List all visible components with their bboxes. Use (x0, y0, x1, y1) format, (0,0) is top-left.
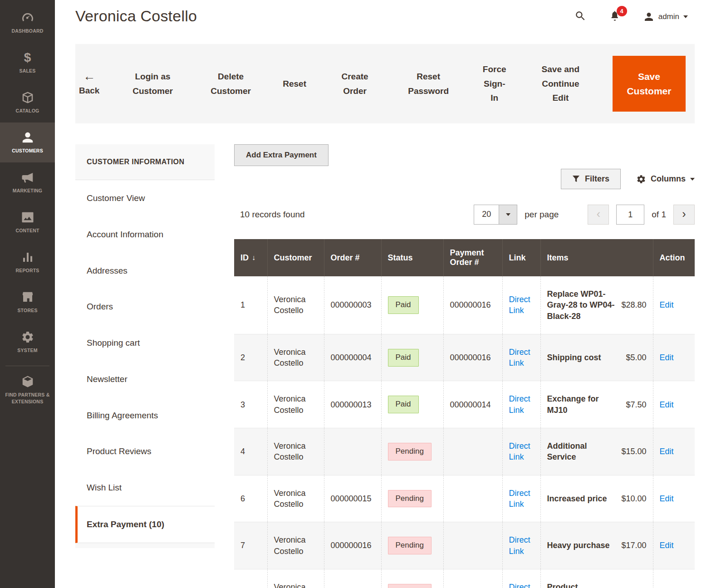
column-header-items[interactable]: Items (540, 239, 653, 276)
add-extra-payment-button[interactable]: Add Extra Payment (234, 144, 329, 166)
item-name: Shipping cost (547, 352, 601, 363)
direct-link[interactable]: Direct Link (509, 295, 530, 315)
sort-descending-icon: ↓ (252, 254, 255, 262)
cell-link: Direct Link (502, 522, 540, 569)
reset-password-button[interactable]: Reset Password (403, 69, 453, 98)
status-badge: Pending (388, 537, 432, 554)
dashboard-gauge-icon (21, 11, 34, 24)
delete-customer-button[interactable]: Delete Customer (206, 69, 256, 98)
item-name: Additional Service (547, 441, 616, 463)
page-size-value: 20 (474, 205, 499, 224)
page-size-select[interactable]: 20 (474, 205, 517, 225)
direct-link[interactable]: Direct Link (509, 583, 530, 588)
sidebar-item-find-partners[interactable]: FIND PARTNERS & EXTENSIONS (0, 370, 55, 410)
item-price: $28.80 (621, 299, 646, 310)
filters-button[interactable]: Filters (561, 169, 621, 189)
content-area: CUSTOMER INFORMATION Customer View Accou… (55, 144, 726, 588)
sidebar-item-customers[interactable]: CUSTOMERS (0, 122, 55, 162)
reports-barchart-icon (21, 250, 34, 264)
next-page-button[interactable]: › (673, 205, 695, 225)
edit-link[interactable]: Edit (660, 400, 674, 409)
cell-status: Paid (381, 334, 443, 381)
edit-link[interactable]: Edit (660, 494, 674, 503)
status-badge: Pending (388, 490, 432, 508)
page-header: Veronica Costello 4 admin (55, 0, 726, 44)
cell-status: Pending (381, 522, 443, 569)
column-header-status[interactable]: Status (381, 239, 443, 276)
create-order-button[interactable]: Create Order (334, 69, 377, 98)
column-header-action[interactable]: Action (653, 239, 695, 276)
save-customer-button[interactable]: Save Customer (613, 56, 686, 112)
cell-status: Paid (381, 276, 443, 334)
previous-page-button[interactable]: ‹ (588, 205, 609, 225)
nav-item-wish-list[interactable]: Wish List (75, 470, 215, 506)
back-label: Back (79, 83, 99, 98)
sidebar-item-label: FIND PARTNERS & EXTENSIONS (2, 392, 53, 404)
panel-footer (75, 543, 215, 548)
search-button[interactable] (574, 10, 586, 23)
edit-link[interactable]: Edit (660, 541, 674, 550)
table-row: 1 Veronica Costello 000000003 Paid 00000… (234, 276, 695, 334)
column-header-id[interactable]: ID ↓ (234, 239, 267, 276)
sidebar-item-label: CATALOG (16, 108, 39, 114)
sidebar-divider (5, 366, 49, 366)
cell-id: 6 (234, 475, 267, 522)
nav-item-shopping-cart[interactable]: Shopping cart (75, 325, 215, 361)
save-and-continue-button[interactable]: Save and Continue Edit (535, 62, 585, 105)
column-header-payment-order[interactable]: Payment Order # (443, 239, 502, 276)
item-price: $5.00 (626, 352, 646, 363)
columns-button[interactable]: Columns (636, 174, 695, 184)
sidebar-item-content[interactable]: CONTENT (0, 202, 55, 242)
cell-link: Direct Link (502, 381, 540, 428)
item-name: Increased price (547, 493, 607, 504)
sidebar-item-stores[interactable]: STORES (0, 282, 55, 322)
total-pages-label: of 1 (652, 210, 666, 220)
sidebar-item-system[interactable]: SYSTEM (0, 322, 55, 362)
back-button[interactable]: ← Back (79, 70, 99, 98)
cell-payment-order (443, 522, 502, 569)
sidebar-item-label: SYSTEM (17, 347, 37, 353)
force-sign-in-button[interactable]: Force Sign-In (481, 62, 509, 105)
admin-user-menu[interactable]: admin (643, 11, 688, 22)
sidebar-item-marketing[interactable]: MARKETING (0, 162, 55, 202)
cell-order: 000000015 (324, 475, 381, 522)
nav-item-orders[interactable]: Orders (75, 289, 215, 325)
reset-button[interactable]: Reset (283, 77, 306, 91)
filters-label: Filters (585, 174, 609, 184)
nav-item-customer-view[interactable]: Customer View (75, 180, 215, 216)
item-name: Replace WP01-Gray-28 to WP04-Black-28 (547, 289, 616, 322)
sidebar-item-sales[interactable]: $ SALES (0, 43, 55, 83)
edit-link[interactable]: Edit (660, 300, 674, 309)
nav-item-billing-agreements[interactable]: Billing Agreements (75, 397, 215, 434)
nav-item-addresses[interactable]: Addresses (75, 253, 215, 289)
direct-link[interactable]: Direct Link (509, 441, 530, 461)
cell-link: Direct Link (502, 334, 540, 381)
cell-action: Edit (653, 475, 695, 522)
cell-customer: Veronica Costello (267, 334, 324, 381)
column-header-link[interactable]: Link (502, 239, 540, 276)
nav-item-extra-payment[interactable]: Extra Payment (10) (75, 506, 215, 543)
login-as-customer-button[interactable]: Login as Customer (127, 69, 179, 98)
cell-link: Direct Link (502, 276, 540, 334)
edit-link[interactable]: Edit (660, 447, 674, 456)
sidebar-item-catalog[interactable]: CATALOG (0, 83, 55, 122)
direct-link[interactable]: Direct Link (509, 348, 530, 368)
direct-link[interactable]: Direct Link (509, 489, 530, 509)
sidebar-item-dashboard[interactable]: DASHBOARD (0, 3, 55, 43)
nav-item-product-reviews[interactable]: Product Reviews (75, 433, 215, 470)
sidebar-item-label: CONTENT (15, 227, 39, 234)
direct-link[interactable]: Direct Link (509, 535, 530, 555)
edit-link[interactable]: Edit (660, 353, 674, 362)
current-page-input[interactable] (616, 205, 644, 225)
content-picture-icon (21, 211, 34, 224)
direct-link[interactable]: Direct Link (509, 394, 530, 414)
column-header-customer[interactable]: Customer (267, 239, 324, 276)
sidebar-item-reports[interactable]: REPORTS (0, 242, 55, 282)
column-header-order[interactable]: Order # (324, 239, 381, 276)
nav-item-account-information[interactable]: Account Information (75, 216, 215, 253)
header-actions: 4 admin (574, 10, 688, 23)
partners-package-icon (21, 375, 34, 388)
nav-item-newsletter[interactable]: Newsletter (75, 361, 215, 397)
notifications-button[interactable]: 4 (609, 10, 621, 23)
cell-customer: Veronica Costello (267, 428, 324, 475)
